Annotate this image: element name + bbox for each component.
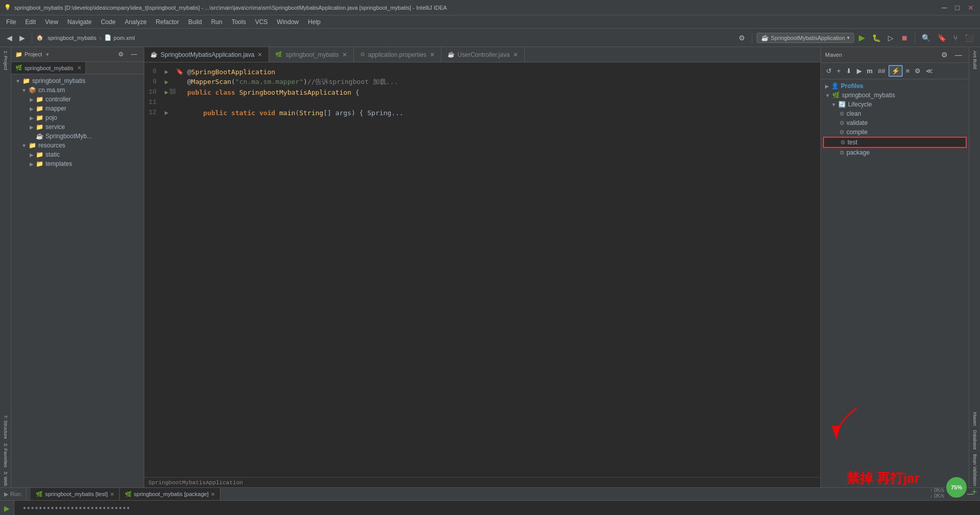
menu-vcs[interactable]: VCS bbox=[251, 17, 272, 27]
network-up: ↑ 0K/s bbox=[930, 487, 944, 493]
maven-list-btn[interactable]: ≡ bbox=[904, 66, 912, 76]
maven-settings-btn[interactable]: ⚙ bbox=[939, 49, 950, 60]
maven-test[interactable]: ⚙ test bbox=[823, 137, 967, 148]
left-sidebar: 1: Project 7: Structure 2: Favorites 3: … bbox=[0, 47, 11, 487]
maven-lifecycle[interactable]: ▼ 🔄 Lifecycle bbox=[823, 100, 967, 109]
project-panel-tab[interactable]: 1: Project bbox=[2, 49, 9, 72]
run-gutter-8[interactable]: ▶ bbox=[165, 68, 173, 76]
maven-add-btn[interactable]: + bbox=[835, 66, 843, 76]
bean-validation-tab[interactable]: Bean Validation bbox=[971, 453, 978, 487]
tree-folder-templates[interactable]: ▶ 📁 templates bbox=[11, 159, 144, 168]
run-config-selector[interactable]: ☕ SpringbootMybatisApplication ▾ bbox=[756, 33, 854, 43]
annotation-arrow bbox=[826, 403, 867, 444]
network-add-btn[interactable]: + bbox=[971, 487, 977, 498]
tab-springboot-xml[interactable]: 🌿 springboot_mybatis ✕ bbox=[269, 47, 353, 62]
maven-collapse-all-btn[interactable]: ≪ bbox=[924, 66, 935, 76]
window-controls[interactable]: ─ □ ✕ bbox=[940, 4, 976, 12]
editor-area: ☕ SpringbootMybatisApplication.java ✕ 🌿 … bbox=[144, 47, 820, 487]
run-tab-package-close[interactable]: ✕ bbox=[211, 491, 215, 497]
menu-window[interactable]: Window bbox=[273, 17, 303, 27]
project-subtab-springboot[interactable]: 🌿 springboot_mybatis ✕ bbox=[11, 62, 86, 74]
database-tab[interactable]: Database bbox=[971, 428, 978, 452]
ant-build-tab[interactable]: Ant Build bbox=[971, 49, 978, 71]
run-label: ▶ Run: bbox=[0, 488, 27, 500]
project-collapse-btn[interactable]: — bbox=[128, 49, 140, 59]
minimize-button[interactable]: ─ bbox=[940, 4, 949, 12]
menu-tools[interactable]: Tools bbox=[228, 17, 250, 27]
maximize-button[interactable]: □ bbox=[953, 4, 962, 12]
web-panel-tab[interactable]: 3: Web bbox=[2, 470, 9, 487]
maven-project-root[interactable]: ▼ 🌿 springboot_mybatis bbox=[823, 91, 967, 100]
maven-package[interactable]: ⚙ package bbox=[823, 148, 967, 157]
run-gutter-9[interactable]: ▶ bbox=[165, 78, 173, 86]
maven-clean[interactable]: ⚙ clean bbox=[823, 109, 967, 118]
menu-view[interactable]: View bbox=[41, 17, 62, 27]
maven-m-btn[interactable]: m bbox=[865, 66, 875, 76]
coverage-button[interactable]: ▷ bbox=[885, 32, 896, 44]
tree-folder-mapper[interactable]: ▶ 📁 mapper bbox=[11, 104, 144, 113]
tab-close-usercontroller[interactable]: ✕ bbox=[513, 51, 518, 58]
maven-reload-btn[interactable]: ↺ bbox=[824, 66, 834, 76]
project-settings-btn[interactable]: ⚙ bbox=[116, 49, 126, 59]
maven-threads-btn[interactable]: ## bbox=[876, 66, 887, 76]
settings-button[interactable]: ⚙ bbox=[736, 32, 748, 44]
menu-build[interactable]: Build bbox=[184, 17, 206, 27]
maven-validate[interactable]: ⚙ validate bbox=[823, 118, 967, 127]
maven-tab[interactable]: Maven bbox=[971, 411, 978, 427]
favorites-panel-tab[interactable]: 2: Favorites bbox=[2, 442, 9, 469]
maven-profiles[interactable]: ▶ 👤 Profiles bbox=[823, 81, 967, 91]
stop-button[interactable]: ⏹ bbox=[898, 32, 910, 44]
maven-download-btn[interactable]: ⬇ bbox=[844, 66, 854, 76]
run-tab-test-close[interactable]: ✕ bbox=[110, 491, 114, 497]
tab-close-xml[interactable]: ✕ bbox=[342, 51, 347, 58]
tree-root[interactable]: ▼ 📁 springboot_mybatis bbox=[11, 76, 144, 85]
tab-usercontroller[interactable]: ☕ UserController.java ✕ bbox=[441, 47, 525, 62]
tab-close-properties[interactable]: ✕ bbox=[430, 51, 435, 58]
tree-package-cnmasm[interactable]: ▼ 📦 cn.ma.sm bbox=[11, 85, 144, 95]
run-config-icon: ☕ bbox=[761, 34, 769, 41]
maven-title: Maven bbox=[825, 52, 842, 58]
maven-lightning-btn[interactable]: ⚡ bbox=[888, 65, 903, 77]
search-button[interactable]: 🔍 bbox=[919, 32, 933, 44]
app-icon: 💡 bbox=[4, 4, 11, 11]
tree-file-springbootapp[interactable]: ▶ ☕ SpringbootMyb... bbox=[11, 132, 144, 141]
tree-folder-resources[interactable]: ▼ 📁 resources bbox=[11, 141, 144, 150]
maven-gear-btn[interactable]: ⚙ bbox=[912, 66, 923, 76]
run-tab-test[interactable]: 🌿 springboot_mybatis [test] ✕ bbox=[31, 488, 119, 500]
tree-folder-controller[interactable]: ▶ 📁 controller bbox=[11, 95, 144, 104]
debug-button[interactable]: 🐛 bbox=[870, 32, 883, 44]
maven-collapse-btn[interactable]: — bbox=[952, 49, 965, 60]
run-button[interactable]: ▶ bbox=[856, 31, 867, 44]
maven-compile[interactable]: ⚙ compile bbox=[823, 127, 967, 137]
menu-analyze[interactable]: Analyze bbox=[121, 17, 151, 27]
close-button[interactable]: ✕ bbox=[966, 4, 976, 12]
bookmark-button[interactable]: 🔖 bbox=[935, 32, 949, 44]
terminal-button[interactable]: ⬛ bbox=[962, 32, 976, 44]
menu-help[interactable]: Help bbox=[304, 17, 325, 27]
maven-icon-package: 🌿 bbox=[125, 491, 132, 498]
run-tab-package[interactable]: 🌿 springboot_mybatis [package] ✕ bbox=[120, 488, 220, 500]
editor-content[interactable]: 8 9 10 11 12 ▶ 🔖 @SpringBootApplication bbox=[144, 62, 820, 487]
tab-springbootapp[interactable]: ☕ SpringbootMybatisApplication.java ✕ bbox=[144, 47, 269, 62]
menu-navigate[interactable]: Navigate bbox=[63, 17, 96, 27]
subtab-close[interactable]: ✕ bbox=[77, 65, 81, 71]
menu-refactor[interactable]: Refactor bbox=[152, 17, 183, 27]
menu-run[interactable]: Run bbox=[207, 17, 227, 27]
tree-folder-service[interactable]: ▶ 📁 service bbox=[11, 122, 144, 132]
run-gutter-10[interactable]: ▶⬛ bbox=[165, 89, 173, 96]
menu-edit[interactable]: Edit bbox=[21, 17, 40, 27]
project-dropdown[interactable]: ▾ bbox=[46, 51, 49, 58]
git-button[interactable]: ⑂ bbox=[951, 32, 960, 44]
forward-button[interactable]: ▶ bbox=[17, 32, 28, 44]
tree-folder-static[interactable]: ▶ 📁 static bbox=[11, 150, 144, 159]
tab-application-properties[interactable]: ⚙ application.properties ✕ bbox=[354, 47, 441, 62]
menu-file[interactable]: File bbox=[2, 17, 20, 27]
back-button[interactable]: ◀ bbox=[4, 32, 15, 44]
structure-panel-tab[interactable]: 7: Structure bbox=[2, 414, 9, 441]
maven-run-btn[interactable]: ▶ bbox=[855, 66, 864, 76]
tree-folder-pojo[interactable]: ▶ 📁 pojo bbox=[11, 113, 144, 122]
menu-code[interactable]: Code bbox=[97, 17, 120, 27]
run-restart-btn[interactable]: ▶ bbox=[3, 503, 11, 514]
tab-close-springbootapp[interactable]: ✕ bbox=[257, 51, 262, 58]
run-gutter-12[interactable]: ▶ bbox=[165, 109, 173, 117]
